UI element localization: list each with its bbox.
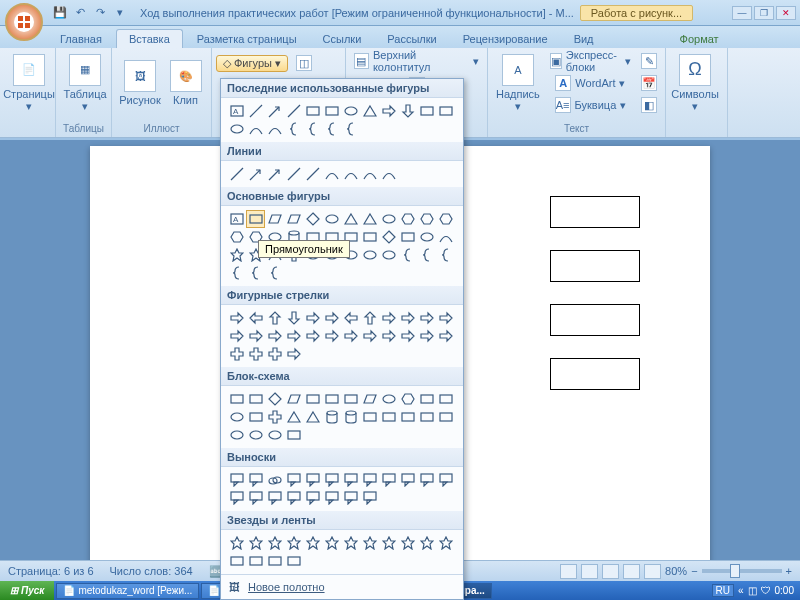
shape-option[interactable] [246,408,265,426]
tray-expand-icon[interactable]: « [738,585,744,596]
shape-option[interactable] [227,489,246,507]
shape-option[interactable] [398,408,417,426]
shape-option[interactable] [284,345,303,363]
shape-option[interactable] [303,309,322,327]
shape-option[interactable] [322,408,341,426]
shape-option[interactable] [360,210,379,228]
tab-mailings[interactable]: Рассылки [375,30,448,48]
zoom-slider[interactable] [702,569,782,573]
shape-option[interactable] [284,408,303,426]
shape-option[interactable] [246,264,265,282]
shape-option[interactable] [284,390,303,408]
shape-option[interactable] [227,327,246,345]
shape-option[interactable] [341,210,360,228]
datetime-button[interactable]: 📅 [637,72,661,94]
shape-option[interactable] [265,165,284,183]
shape-option[interactable] [379,327,398,345]
shape-option[interactable] [246,102,265,120]
shape-option[interactable] [265,534,284,552]
shape-option[interactable] [379,102,398,120]
tab-review[interactable]: Рецензирование [451,30,560,48]
shape-option[interactable] [265,120,284,138]
shape-option[interactable] [417,408,436,426]
qat-dropdown-icon[interactable]: ▾ [112,5,128,21]
shape-option[interactable] [360,327,379,345]
shape-option[interactable] [246,120,265,138]
shape-option[interactable] [436,210,455,228]
shape-option[interactable] [246,345,265,363]
shape-option[interactable] [265,489,284,507]
signature-button[interactable]: ✎ [637,50,661,72]
shape-option[interactable] [284,471,303,489]
shape-option[interactable] [265,471,284,489]
shape-option[interactable] [341,165,360,183]
shape-option[interactable] [246,534,265,552]
outline-view-button[interactable] [623,564,640,579]
shape-option[interactable] [398,390,417,408]
shape-option[interactable] [227,552,246,570]
wordart-button[interactable]: AWordArt ▾ [546,72,635,94]
shape-option[interactable] [436,534,455,552]
undo-icon[interactable]: ↶ [72,5,88,21]
shape-option[interactable] [379,309,398,327]
shape-option[interactable] [246,552,265,570]
start-button[interactable]: ⊞Пуск [0,581,54,600]
page-indicator[interactable]: Страница: 6 из 6 [8,565,94,577]
shape-option[interactable] [322,327,341,345]
drawn-rectangle[interactable] [550,250,640,282]
shape-option[interactable] [360,165,379,183]
shape-option[interactable] [303,102,322,120]
pages-button[interactable]: 📄Страницы▾ [4,50,54,116]
drawn-rectangle[interactable] [550,358,640,390]
word-count[interactable]: Число слов: 364 [110,565,193,577]
shape-option[interactable] [341,489,360,507]
shape-option[interactable] [398,228,417,246]
shape-option[interactable] [341,408,360,426]
shape-option[interactable] [322,120,341,138]
shape-option[interactable] [246,327,265,345]
drawn-rectangle[interactable] [550,196,640,228]
shape-option[interactable] [265,345,284,363]
shape-option[interactable] [341,534,360,552]
drawn-rectangle[interactable] [550,304,640,336]
save-icon[interactable]: 💾 [52,5,68,21]
shape-option[interactable] [436,408,455,426]
shape-option[interactable] [284,489,303,507]
tab-view[interactable]: Вид [562,30,606,48]
shape-option[interactable] [360,390,379,408]
shape-option[interactable] [436,471,455,489]
zoom-level[interactable]: 80% [665,565,687,577]
header-button[interactable]: ▤Верхний колонтитул ▾ [350,50,483,72]
express-blocks-button[interactable]: ▣Экспресс-блоки ▾ [546,50,635,72]
clock[interactable]: 0:00 [775,585,794,596]
shape-option[interactable] [379,390,398,408]
shape-option[interactable] [227,264,246,282]
shape-option[interactable] [284,534,303,552]
shape-option[interactable] [379,534,398,552]
picture-button[interactable]: 🖼Рисунок [116,50,164,116]
shape-option[interactable] [227,246,246,264]
shape-option[interactable] [227,390,246,408]
shape-option[interactable] [417,471,436,489]
shape-option[interactable] [360,309,379,327]
shape-option[interactable] [265,210,284,228]
shape-option[interactable] [398,102,417,120]
zoom-out-button[interactable]: − [691,565,697,577]
tab-insert[interactable]: Вставка [116,29,183,48]
close-button[interactable]: ✕ [776,6,796,20]
redo-icon[interactable]: ↷ [92,5,108,21]
shape-option[interactable] [398,327,417,345]
shape-option[interactable] [379,246,398,264]
shape-option[interactable] [265,102,284,120]
shape-option[interactable] [322,489,341,507]
shape-option[interactable] [265,264,284,282]
shape-option[interactable] [303,390,322,408]
shape-option[interactable] [284,309,303,327]
object-button[interactable]: ◧ [637,94,661,116]
shape-option[interactable] [284,426,303,444]
shape-option[interactable] [322,102,341,120]
shape-option[interactable] [322,390,341,408]
shape-option[interactable] [398,309,417,327]
shape-option[interactable] [227,228,246,246]
shape-option[interactable] [398,210,417,228]
